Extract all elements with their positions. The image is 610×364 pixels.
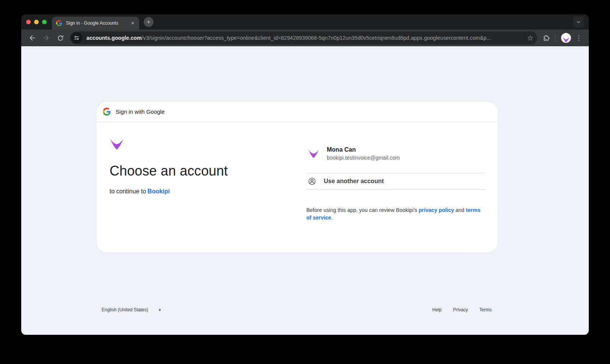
- sign-in-card: Sign in with Google Choose an account to…: [97, 102, 498, 253]
- address-bar[interactable]: accounts.google.com/v3/signin/accountcho…: [70, 31, 537, 44]
- card-body: Choose an account to continue toBookipi …: [97, 122, 498, 221]
- accounts-column: Mona Can bookipi.testinvoice@gmail.com: [306, 122, 485, 221]
- tab-strip: Sign in - Google Accounts × +: [21, 14, 589, 30]
- help-link[interactable]: Help: [432, 307, 442, 312]
- continue-text: to continue toBookipi: [110, 188, 293, 195]
- privacy-policy-link[interactable]: privacy policy: [419, 207, 454, 213]
- extensions-button[interactable]: [540, 32, 552, 44]
- google-favicon-icon: [56, 20, 62, 26]
- page-content: Sign in with Google Choose an account to…: [21, 46, 589, 335]
- window-minimize-button[interactable]: [34, 20, 39, 24]
- tab-overview-button[interactable]: [573, 16, 584, 28]
- back-button[interactable]: [27, 32, 38, 44]
- forward-arrow-icon: [42, 34, 50, 42]
- tab-sign-in[interactable]: Sign in - Google Accounts ×: [52, 17, 139, 30]
- tab-title: Sign in - Google Accounts: [66, 20, 127, 26]
- disclaimer-middle: and: [454, 207, 466, 213]
- use-another-account-row[interactable]: Use another account: [306, 173, 485, 190]
- new-tab-button[interactable]: +: [144, 17, 154, 27]
- page-footer: English (United States) ▾ Help Privacy T…: [97, 307, 498, 312]
- use-another-account-label: Use another account: [324, 178, 384, 185]
- back-arrow-icon: [28, 34, 36, 42]
- account-info: Mona Can bookipi.testinvoice@gmail.com: [327, 146, 400, 162]
- card-header-title: Sign in with Google: [116, 108, 165, 115]
- continue-prefix: to continue to: [110, 188, 146, 195]
- browser-toolbar: accounts.google.com/v3/signin/accountcho…: [21, 30, 589, 46]
- window-controls: [26, 20, 47, 24]
- browser-menu-button[interactable]: ⋮: [573, 34, 584, 42]
- browser-profile-avatar[interactable]: [561, 33, 571, 43]
- browser-window: Sign in - Google Accounts × +: [21, 14, 589, 335]
- site-settings-button[interactable]: [71, 32, 82, 44]
- bookmark-star-icon[interactable]: ☆: [527, 34, 533, 42]
- account-email: bookipi.testinvoice@gmail.com: [327, 154, 400, 162]
- language-selector[interactable]: English (United States) ▾: [102, 307, 161, 312]
- dropdown-arrow-icon: ▾: [159, 308, 161, 312]
- disclaimer-text: Before using this app, you can review Bo…: [306, 206, 483, 221]
- bookipi-app-logo-icon: [110, 138, 124, 151]
- terms-link[interactable]: Terms: [479, 307, 492, 312]
- privacy-link[interactable]: Privacy: [453, 307, 468, 312]
- url-path: /v3/signin/accountchooser?access_type=on…: [142, 35, 491, 41]
- reload-button[interactable]: [55, 32, 66, 44]
- footer-links: Help Privacy Terms: [432, 307, 492, 312]
- language-label: English (United States): [102, 307, 148, 312]
- person-circle-icon: [308, 177, 316, 185]
- extensions-puzzle-icon: [543, 35, 550, 42]
- reload-icon: [57, 35, 64, 42]
- app-name-link[interactable]: Bookipi: [147, 188, 170, 195]
- toolbar-separator: [555, 34, 555, 42]
- account-avatar-icon: [308, 149, 319, 159]
- window-close-button[interactable]: [26, 20, 31, 24]
- prompt-column: Choose an account to continue toBookipi: [110, 122, 293, 221]
- page-title: Choose an account: [110, 163, 293, 179]
- bookipi-logo-icon: [562, 36, 570, 43]
- tune-icon: [74, 35, 80, 41]
- account-name: Mona Can: [327, 146, 400, 154]
- forward-button[interactable]: [41, 32, 52, 44]
- account-row[interactable]: Mona Can bookipi.testinvoice@gmail.com: [306, 146, 485, 173]
- url-text: accounts.google.com/v3/signin/accountcho…: [86, 35, 524, 41]
- window-zoom-button[interactable]: [42, 20, 47, 24]
- card-header: Sign in with Google: [97, 102, 498, 122]
- tab-close-icon[interactable]: ×: [129, 20, 136, 27]
- google-logo-icon: [103, 108, 111, 116]
- disclaimer-before: Before using this app, you can review Bo…: [306, 207, 419, 213]
- chevron-down-icon: [576, 19, 581, 25]
- url-host: accounts.google.com: [86, 35, 142, 41]
- disclaimer-after: .: [331, 215, 332, 221]
